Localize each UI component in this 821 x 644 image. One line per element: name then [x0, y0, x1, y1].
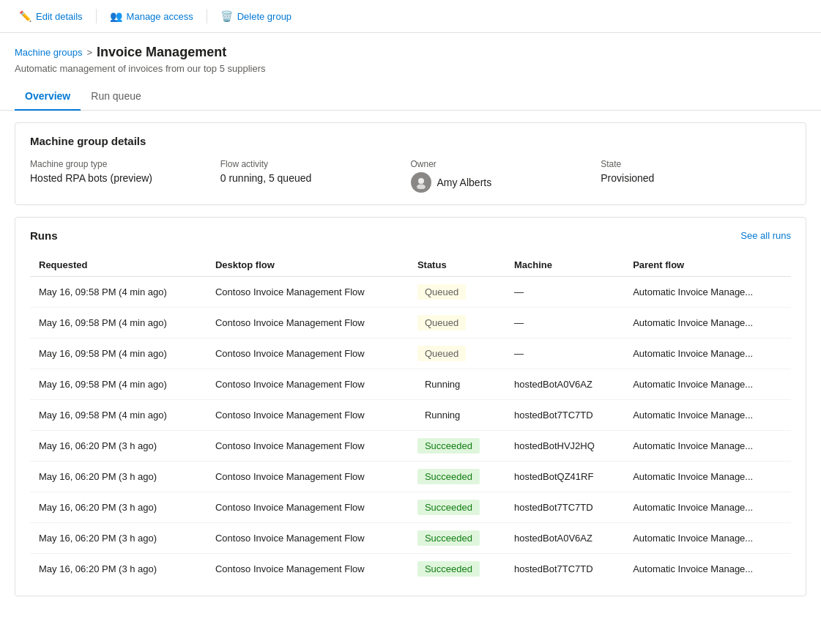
tabs-bar: Overview Run queue — [0, 83, 821, 111]
cell-machine: hostedBotA0V6AZ — [505, 523, 624, 554]
cell-parent-flow: Automatic Invoice Manage... — [624, 523, 791, 554]
cell-machine: — — [505, 308, 624, 338]
machine-group-details-card: Machine group details Machine group type… — [15, 122, 806, 205]
runs-title: Runs — [30, 229, 58, 242]
cell-requested: May 16, 09:58 PM (4 min ago) — [30, 338, 207, 369]
svg-point-1 — [417, 185, 426, 190]
delete-group-button[interactable]: 🗑️ Delete group — [213, 6, 299, 26]
cell-status: Running — [409, 400, 505, 431]
state-label: State — [601, 159, 791, 169]
see-all-runs-link[interactable]: See all runs — [740, 230, 791, 241]
col-desktop-flow: Desktop flow — [207, 253, 409, 277]
cell-status: Queued — [409, 338, 505, 369]
col-parent-flow: Parent flow — [624, 253, 791, 277]
state-value: Provisioned — [601, 172, 791, 184]
cell-status: Succeeded — [409, 431, 505, 462]
cell-desktop-flow: Contoso Invoice Management Flow — [207, 369, 409, 400]
cell-desktop-flow: Contoso Invoice Management Flow — [207, 308, 409, 338]
col-status: Status — [409, 253, 505, 277]
cell-machine: hostedBot7TC7TD — [505, 554, 624, 585]
machine-group-type-value: Hosted RPA bots (preview) — [30, 172, 220, 184]
cell-requested: May 16, 06:20 PM (3 h ago) — [30, 523, 207, 554]
status-badge: Queued — [417, 284, 466, 300]
table-row[interactable]: May 16, 06:20 PM (3 h ago) Contoso Invoi… — [30, 462, 791, 492]
status-badge: Succeeded — [417, 530, 480, 546]
table-row[interactable]: May 16, 09:58 PM (4 min ago) Contoso Inv… — [30, 369, 791, 400]
svg-point-0 — [418, 178, 424, 184]
col-machine: Machine — [505, 253, 624, 277]
table-row[interactable]: May 16, 09:58 PM (4 min ago) Contoso Inv… — [30, 277, 791, 308]
delete-icon: 🗑️ — [220, 10, 233, 22]
table-row[interactable]: May 16, 06:20 PM (3 h ago) Contoso Invoi… — [30, 431, 791, 462]
cell-parent-flow: Automatic Invoice Manage... — [624, 308, 791, 338]
edit-details-button[interactable]: ✏️ Edit details — [12, 6, 90, 26]
cell-machine: — — [505, 277, 624, 308]
main-content: Machine group details Machine group type… — [0, 111, 821, 608]
cell-requested: May 16, 09:58 PM (4 min ago) — [30, 277, 207, 308]
machine-group-type-label: Machine group type — [30, 159, 220, 169]
cell-requested: May 16, 06:20 PM (3 h ago) — [30, 492, 207, 523]
status-badge: Succeeded — [417, 438, 480, 454]
cell-desktop-flow: Contoso Invoice Management Flow — [207, 431, 409, 462]
table-row[interactable]: May 16, 09:58 PM (4 min ago) Contoso Inv… — [30, 338, 791, 369]
cell-requested: May 16, 06:20 PM (3 h ago) — [30, 431, 207, 462]
cell-requested: May 16, 06:20 PM (3 h ago) — [30, 554, 207, 585]
machine-group-details-title: Machine group details — [30, 135, 791, 147]
page-header: Machine groups > Invoice Management Auto… — [0, 33, 821, 74]
owner-value: Amy Alberts — [437, 177, 492, 188]
table-row[interactable]: May 16, 09:58 PM (4 min ago) Contoso Inv… — [30, 400, 791, 431]
cell-desktop-flow: Contoso Invoice Management Flow — [207, 554, 409, 585]
cell-status: Succeeded — [409, 492, 505, 523]
manage-icon: 👥 — [110, 10, 122, 22]
status-badge: Succeeded — [417, 500, 480, 515]
cell-status: Succeeded — [409, 462, 505, 492]
edit-details-label: Edit details — [36, 11, 83, 22]
delete-group-label: Delete group — [237, 11, 291, 22]
flow-activity-value: 0 running, 5 queued — [220, 172, 411, 184]
cell-machine: hostedBot7TC7TD — [505, 400, 624, 431]
cell-requested: May 16, 09:58 PM (4 min ago) — [30, 400, 207, 431]
details-row: Machine group type Hosted RPA bots (prev… — [30, 159, 791, 193]
cell-requested: May 16, 09:58 PM (4 min ago) — [30, 369, 207, 400]
cell-status: Queued — [409, 308, 505, 338]
cell-parent-flow: Automatic Invoice Manage... — [624, 554, 791, 585]
table-row[interactable]: May 16, 06:20 PM (3 h ago) Contoso Invoi… — [30, 554, 791, 585]
col-requested: Requested — [30, 253, 207, 277]
table-row[interactable]: May 16, 06:20 PM (3 h ago) Contoso Invoi… — [30, 492, 791, 523]
cell-status: Succeeded — [409, 554, 505, 585]
page-subtitle: Automatic management of invoices from ou… — [15, 63, 806, 74]
cell-status: Succeeded — [409, 523, 505, 554]
cell-status: Running — [409, 369, 505, 400]
table-row[interactable]: May 16, 06:20 PM (3 h ago) Contoso Invoi… — [30, 523, 791, 554]
cell-parent-flow: Automatic Invoice Manage... — [624, 400, 791, 431]
owner-item: Owner Amy Alberts — [411, 159, 601, 193]
table-row[interactable]: May 16, 09:58 PM (4 min ago) Contoso Inv… — [30, 308, 791, 338]
cell-requested: May 16, 06:20 PM (3 h ago) — [30, 462, 207, 492]
breadcrumb-current: Invoice Management — [97, 45, 226, 60]
cell-desktop-flow: Contoso Invoice Management Flow — [207, 523, 409, 554]
manage-access-button[interactable]: 👥 Manage access — [103, 6, 201, 26]
tab-run-queue[interactable]: Run queue — [81, 83, 152, 111]
flow-activity-label: Flow activity — [220, 159, 411, 169]
cell-machine: hostedBotHVJ2HQ — [505, 431, 624, 462]
cell-requested: May 16, 09:58 PM (4 min ago) — [30, 308, 207, 338]
cell-parent-flow: Automatic Invoice Manage... — [624, 462, 791, 492]
cell-desktop-flow: Contoso Invoice Management Flow — [207, 462, 409, 492]
cell-machine: hostedBotA0V6AZ — [505, 369, 624, 400]
cell-desktop-flow: Contoso Invoice Management Flow — [207, 338, 409, 369]
tab-overview[interactable]: Overview — [15, 83, 81, 111]
cell-machine: — — [505, 338, 624, 369]
runs-table: Requested Desktop flow Status Machine Pa… — [30, 253, 791, 584]
cell-parent-flow: Automatic Invoice Manage... — [624, 492, 791, 523]
machine-group-type-item: Machine group type Hosted RPA bots (prev… — [30, 159, 220, 193]
breadcrumb-parent-link[interactable]: Machine groups — [15, 47, 83, 58]
toolbar: ✏️ Edit details 👥 Manage access 🗑️ Delet… — [0, 0, 821, 33]
runs-table-body: May 16, 09:58 PM (4 min ago) Contoso Inv… — [30, 277, 791, 585]
manage-access-label: Manage access — [127, 11, 193, 22]
cell-status: Queued — [409, 277, 505, 308]
runs-header: Runs See all runs — [30, 229, 791, 242]
status-badge: Running — [417, 377, 467, 392]
flow-activity-item: Flow activity 0 running, 5 queued — [220, 159, 411, 193]
cell-parent-flow: Automatic Invoice Manage... — [624, 431, 791, 462]
cell-parent-flow: Automatic Invoice Manage... — [624, 369, 791, 400]
